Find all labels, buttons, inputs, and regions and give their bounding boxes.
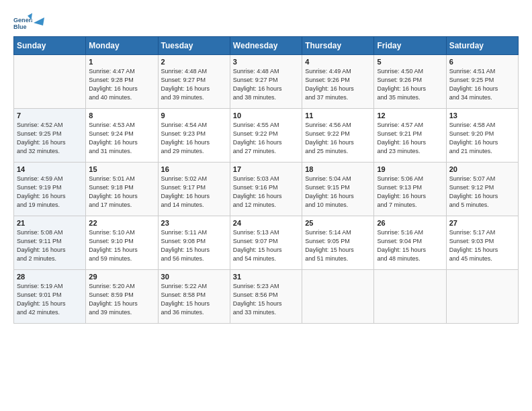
day-number: 7 [17, 111, 83, 120]
day-number: 14 [17, 165, 83, 173]
logo-icon: General Blue [13, 12, 32, 31]
calendar-cell: 10Sunrise: 4:55 AM Sunset: 9:22 PM Dayli… [230, 109, 302, 163]
day-info: Sunrise: 4:59 AM Sunset: 9:19 PM Dayligh… [17, 175, 83, 210]
calendar-cell: 3Sunrise: 4:48 AM Sunset: 9:27 PM Daylig… [230, 55, 302, 109]
calendar-cell: 18Sunrise: 5:04 AM Sunset: 9:15 PM Dayli… [302, 163, 374, 216]
calendar-cell: 13Sunrise: 4:58 AM Sunset: 9:20 PM Dayli… [446, 109, 518, 163]
day-info: Sunrise: 5:04 AM Sunset: 9:15 PM Dayligh… [305, 175, 371, 210]
day-info: Sunrise: 5:22 AM Sunset: 8:58 PM Dayligh… [161, 282, 227, 317]
calendar-cell: 11Sunrise: 4:56 AM Sunset: 9:22 PM Dayli… [302, 109, 374, 163]
day-number: 19 [377, 165, 443, 173]
calendar-cell: 20Sunrise: 5:07 AM Sunset: 9:12 PM Dayli… [446, 163, 518, 216]
day-number: 8 [89, 111, 154, 120]
calendar-cell: 5Sunrise: 4:50 AM Sunset: 9:26 PM Daylig… [374, 55, 446, 109]
day-number: 22 [89, 219, 154, 227]
calendar-cell: 22Sunrise: 5:10 AM Sunset: 9:10 PM Dayli… [86, 216, 158, 270]
weekday-header: Sunday [14, 37, 86, 55]
logo: General Blue [13, 12, 46, 31]
day-info: Sunrise: 4:52 AM Sunset: 9:25 PM Dayligh… [17, 121, 83, 156]
calendar-cell: 12Sunrise: 4:57 AM Sunset: 9:21 PM Dayli… [374, 109, 446, 163]
header-row: SundayMondayTuesdayWednesdayThursdayFrid… [14, 37, 519, 55]
day-number: 1 [89, 58, 154, 66]
calendar-cell [14, 55, 86, 109]
calendar-cell: 17Sunrise: 5:03 AM Sunset: 9:16 PM Dayli… [230, 163, 302, 216]
day-info: Sunrise: 4:56 AM Sunset: 9:22 PM Dayligh… [305, 121, 371, 156]
day-number: 3 [233, 58, 299, 66]
day-number: 4 [305, 58, 371, 66]
day-number: 28 [17, 273, 83, 281]
calendar-cell: 4Sunrise: 4:49 AM Sunset: 9:26 PM Daylig… [302, 55, 374, 109]
calendar-cell: 14Sunrise: 4:59 AM Sunset: 9:19 PM Dayli… [14, 163, 86, 216]
weekday-header: Tuesday [158, 37, 230, 55]
day-number: 13 [449, 111, 515, 120]
day-info: Sunrise: 5:20 AM Sunset: 8:59 PM Dayligh… [89, 282, 154, 317]
day-number: 6 [449, 58, 515, 66]
calendar-cell [446, 270, 518, 324]
day-info: Sunrise: 4:58 AM Sunset: 9:20 PM Dayligh… [449, 121, 515, 156]
day-info: Sunrise: 5:01 AM Sunset: 9:18 PM Dayligh… [89, 175, 154, 210]
day-number: 16 [161, 165, 227, 173]
day-number: 10 [233, 111, 299, 120]
day-info: Sunrise: 4:47 AM Sunset: 9:28 PM Dayligh… [89, 67, 154, 102]
day-number: 5 [377, 58, 443, 66]
day-info: Sunrise: 4:49 AM Sunset: 9:26 PM Dayligh… [305, 67, 371, 102]
calendar-cell: 27Sunrise: 5:17 AM Sunset: 9:03 PM Dayli… [446, 216, 518, 270]
calendar-week-row: 14Sunrise: 4:59 AM Sunset: 9:19 PM Dayli… [14, 163, 519, 216]
day-info: Sunrise: 5:17 AM Sunset: 9:03 PM Dayligh… [449, 228, 515, 263]
calendar-cell [374, 270, 446, 324]
day-number: 29 [89, 273, 154, 281]
day-number: 18 [305, 165, 371, 173]
day-number: 21 [17, 219, 83, 227]
day-info: Sunrise: 4:50 AM Sunset: 9:26 PM Dayligh… [377, 67, 443, 102]
calendar-cell: 23Sunrise: 5:11 AM Sunset: 9:08 PM Dayli… [158, 216, 230, 270]
day-info: Sunrise: 5:16 AM Sunset: 9:04 PM Dayligh… [377, 228, 443, 263]
calendar-cell [302, 270, 374, 324]
day-info: Sunrise: 5:11 AM Sunset: 9:08 PM Dayligh… [161, 228, 227, 263]
calendar-table: SundayMondayTuesdayWednesdayThursdayFrid… [13, 36, 519, 324]
day-number: 11 [305, 111, 371, 120]
day-info: Sunrise: 4:53 AM Sunset: 9:24 PM Dayligh… [89, 121, 154, 156]
calendar-cell: 9Sunrise: 4:54 AM Sunset: 9:23 PM Daylig… [158, 109, 230, 163]
day-info: Sunrise: 4:48 AM Sunset: 9:27 PM Dayligh… [233, 67, 299, 102]
calendar-week-row: 1Sunrise: 4:47 AM Sunset: 9:28 PM Daylig… [14, 55, 519, 109]
page: General Blue SundayMondayTuesdayWednesda… [0, 0, 532, 330]
calendar-cell: 29Sunrise: 5:20 AM Sunset: 8:59 PM Dayli… [86, 270, 158, 324]
calendar-cell: 8Sunrise: 4:53 AM Sunset: 9:24 PM Daylig… [86, 109, 158, 163]
day-info: Sunrise: 5:07 AM Sunset: 9:12 PM Dayligh… [449, 175, 515, 210]
day-info: Sunrise: 5:19 AM Sunset: 9:01 PM Dayligh… [17, 282, 83, 317]
day-number: 15 [89, 165, 154, 173]
calendar-cell: 28Sunrise: 5:19 AM Sunset: 9:01 PM Dayli… [14, 270, 86, 324]
calendar-week-row: 7Sunrise: 4:52 AM Sunset: 9:25 PM Daylig… [14, 109, 519, 163]
weekday-header: Wednesday [230, 37, 302, 55]
day-info: Sunrise: 5:13 AM Sunset: 9:07 PM Dayligh… [233, 228, 299, 263]
calendar-cell: 6Sunrise: 4:51 AM Sunset: 9:25 PM Daylig… [446, 55, 518, 109]
day-number: 17 [233, 165, 299, 173]
calendar-cell: 16Sunrise: 5:02 AM Sunset: 9:17 PM Dayli… [158, 163, 230, 216]
day-number: 26 [377, 219, 443, 227]
day-info: Sunrise: 5:08 AM Sunset: 9:11 PM Dayligh… [17, 228, 83, 263]
day-number: 25 [305, 219, 371, 227]
day-info: Sunrise: 5:14 AM Sunset: 9:05 PM Dayligh… [305, 228, 371, 263]
day-number: 9 [161, 111, 227, 120]
calendar-cell: 30Sunrise: 5:22 AM Sunset: 8:58 PM Dayli… [158, 270, 230, 324]
day-info: Sunrise: 4:51 AM Sunset: 9:25 PM Dayligh… [449, 67, 515, 102]
day-info: Sunrise: 4:57 AM Sunset: 9:21 PM Dayligh… [377, 121, 443, 156]
calendar-week-row: 21Sunrise: 5:08 AM Sunset: 9:11 PM Dayli… [14, 216, 519, 270]
day-number: 30 [161, 273, 227, 281]
day-info: Sunrise: 5:02 AM Sunset: 9:17 PM Dayligh… [161, 175, 227, 210]
calendar-cell: 21Sunrise: 5:08 AM Sunset: 9:11 PM Dayli… [14, 216, 86, 270]
calendar-cell: 24Sunrise: 5:13 AM Sunset: 9:07 PM Dayli… [230, 216, 302, 270]
calendar-cell: 15Sunrise: 5:01 AM Sunset: 9:18 PM Dayli… [86, 163, 158, 216]
weekday-header: Saturday [446, 37, 518, 55]
day-info: Sunrise: 5:06 AM Sunset: 9:13 PM Dayligh… [377, 175, 443, 210]
svg-text:Blue: Blue [13, 24, 27, 30]
day-number: 20 [449, 165, 515, 173]
day-info: Sunrise: 5:03 AM Sunset: 9:16 PM Dayligh… [233, 175, 299, 210]
calendar-cell: 7Sunrise: 4:52 AM Sunset: 9:25 PM Daylig… [14, 109, 86, 163]
calendar-cell: 2Sunrise: 4:48 AM Sunset: 9:27 PM Daylig… [158, 55, 230, 109]
calendar-cell: 19Sunrise: 5:06 AM Sunset: 9:13 PM Dayli… [374, 163, 446, 216]
weekday-header: Friday [374, 37, 446, 55]
calendar-week-row: 28Sunrise: 5:19 AM Sunset: 9:01 PM Dayli… [14, 270, 519, 324]
day-number: 23 [161, 219, 227, 227]
day-number: 2 [161, 58, 227, 66]
